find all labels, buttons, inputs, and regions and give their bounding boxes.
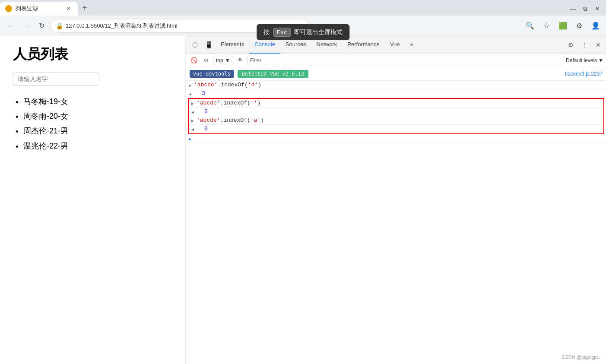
- expand-arrow-5[interactable]: ▶: [189, 117, 197, 123]
- console-result-3: 0: [197, 126, 208, 132]
- minimize-button[interactable]: —: [568, 3, 578, 14]
- tab-bar: 列表过滤 ✕ + — ⧉ ✕: [0, 0, 606, 16]
- prompt-icon: ▶: [186, 135, 194, 142]
- restore-button[interactable]: ⧉: [580, 3, 590, 14]
- close-window-button[interactable]: ✕: [592, 3, 603, 14]
- console-line-1: ▶ 'abcde'.indexOf('d'): [186, 81, 606, 89]
- console-toolbar: 🚫 ⊘ top ▼ 👁 Default levels ▼: [186, 54, 606, 67]
- console-line-2: ◀ 3: [186, 89, 606, 98]
- search-input[interactable]: [13, 73, 99, 85]
- console-result-1: 3: [194, 90, 205, 97]
- vue-devtools-banner: vue-devtools Detected Vue v2.6.12 backen…: [186, 67, 606, 81]
- console-clear-button[interactable]: 🚫: [189, 55, 199, 66]
- default-levels-dropdown[interactable]: Default levels ▼: [566, 57, 603, 63]
- esc-tooltip: 按 Esc 即可退出全屏模式: [257, 24, 349, 40]
- esc-suffix: 即可退出全屏模式: [294, 28, 343, 36]
- devtools-panel: ⬡ 📱 Elements Console Sources Network Per…: [186, 36, 606, 364]
- lock-icon: 🔒: [56, 22, 63, 29]
- console-code-3: 'abcde': [197, 100, 220, 106]
- tab-title: 列表过滤: [16, 5, 38, 13]
- main-area: 人员列表 马冬梅-19-女 周冬雨-20-女 周杰伦-21-男 温兆伦-22-男…: [0, 36, 606, 364]
- tab-more[interactable]: »: [405, 36, 418, 54]
- console-arg-5: 'a': [251, 117, 260, 123]
- console-line-5: ▶ 'abcde'.indexOf('a'): [189, 116, 603, 125]
- console-filter-button[interactable]: ⊘: [201, 55, 211, 66]
- forward-button[interactable]: →: [19, 19, 33, 33]
- expand-arrow-3[interactable]: ▶: [189, 100, 197, 106]
- vue-detected-badge: Detected Vue v2.6.12: [238, 70, 309, 78]
- devtools-close-icon[interactable]: ✕: [592, 39, 604, 51]
- eye-icon[interactable]: 👁: [235, 55, 245, 66]
- search-icon[interactable]: 🔍: [523, 19, 537, 33]
- console-code-5: 'abcde': [197, 117, 220, 123]
- console-indexof-3: .indexOf(: [220, 100, 251, 106]
- expand-arrow-6: ◀: [189, 126, 197, 132]
- console-line-3: ▶ 'abcde'.indexOf(''): [189, 99, 603, 108]
- console-output: ▶ 'abcde'.indexOf('d') ◀ 3 ▶ 'abcde'.ind…: [186, 81, 606, 364]
- console-arg-3: '': [251, 100, 257, 106]
- browser-window: 列表过滤 ✕ + — ⧉ ✕ ← → ↻ 🔒 127.0.0.1:5500/12…: [0, 0, 606, 364]
- levels-dropdown-icon: ▼: [598, 57, 603, 63]
- tab-vue[interactable]: Vue: [385, 36, 405, 54]
- devtools-tabs-right: ⚙ ⋮ ✕: [565, 39, 604, 51]
- context-label: top: [216, 57, 223, 63]
- page-content: 人员列表 马冬梅-19-女 周冬雨-20-女 周杰伦-21-男 温兆伦-22-男: [0, 36, 186, 364]
- person-list: 马冬梅-19-女 周冬雨-20-女 周杰伦-21-男 温兆伦-22-男: [13, 94, 172, 153]
- expand-arrow-2: ◀: [186, 90, 194, 97]
- console-code-1: 'abcde': [194, 82, 218, 88]
- list-item: 温兆伦-22-男: [23, 139, 172, 153]
- console-result-2: 0: [197, 108, 208, 115]
- settings-icon[interactable]: ⚙: [572, 19, 586, 33]
- refresh-button[interactable]: ↻: [35, 19, 48, 33]
- tab-close-button[interactable]: ✕: [65, 5, 73, 13]
- backend-link[interactable]: backend.js:2237: [565, 71, 603, 77]
- tab-controls: — ⧉ ✕: [568, 3, 606, 16]
- tab-elements[interactable]: Elements: [216, 36, 249, 54]
- console-prompt-line[interactable]: ▶: [186, 134, 606, 143]
- console-indexof-1: .indexOf(: [218, 82, 248, 88]
- active-tab[interactable]: 列表过滤 ✕: [0, 2, 78, 16]
- esc-prefix: 按: [263, 28, 270, 36]
- account-icon[interactable]: 👤: [589, 19, 603, 33]
- list-item: 周冬雨-20-女: [23, 109, 172, 123]
- red-border-section: ▶ 'abcde'.indexOf('') ◀ 0 ▶ 'abcde'.inde…: [188, 98, 604, 134]
- esc-key: Esc: [273, 28, 291, 37]
- default-levels-label: Default levels: [566, 57, 597, 63]
- list-item: 周杰伦-21-男: [23, 123, 172, 138]
- list-item: 马冬梅-19-女: [23, 94, 172, 109]
- bookmark-icon[interactable]: ☆: [539, 19, 553, 33]
- devtools-inspect-icon[interactable]: ⬡: [188, 38, 202, 52]
- console-line-4: ◀ 0: [189, 108, 603, 116]
- toolbar-icons: 🔍 ☆ 🟩 ⚙ 👤: [523, 19, 603, 33]
- watermark: CSDN @pigpigpi...: [562, 355, 602, 360]
- tab-favicon: [5, 5, 12, 12]
- devtools-device-icon[interactable]: 📱: [202, 38, 216, 52]
- filter-input[interactable]: [247, 56, 564, 65]
- extension-icon[interactable]: 🟩: [556, 19, 570, 33]
- context-dropdown-icon: ▼: [225, 57, 230, 63]
- vue-devtools-badge: vue-devtools: [190, 70, 234, 78]
- console-indexof-5: .indexOf(: [220, 117, 251, 123]
- page-title: 人员列表: [13, 45, 172, 64]
- expand-arrow-4: ◀: [189, 108, 197, 115]
- back-button[interactable]: ←: [3, 19, 17, 33]
- devtools-more-icon[interactable]: ⋮: [578, 39, 590, 51]
- expand-arrow-1[interactable]: ▶: [186, 82, 194, 88]
- console-line-6: ◀ 0: [189, 125, 603, 133]
- console-arg-1: 'd': [248, 82, 258, 88]
- context-select[interactable]: top ▼: [213, 56, 233, 65]
- new-tab-button[interactable]: +: [78, 1, 92, 15]
- search-input-wrap: [13, 73, 172, 85]
- devtools-settings-icon[interactable]: ⚙: [565, 39, 577, 51]
- devtools-tabs: ⬡ 📱 Elements Console Sources Network Per…: [186, 36, 606, 54]
